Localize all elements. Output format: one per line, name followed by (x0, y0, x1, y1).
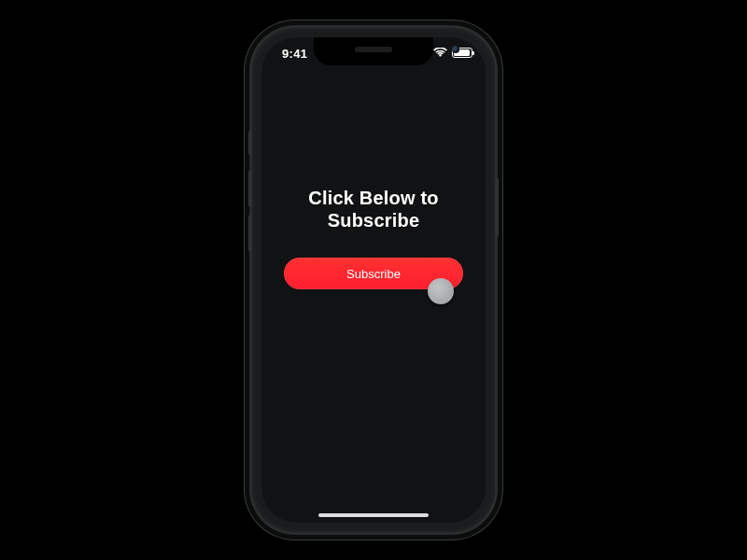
status-time: 9:41 (282, 47, 307, 61)
wifi-icon (433, 48, 447, 58)
headline: Click Below to Subscribe (308, 187, 439, 231)
speaker-grille (355, 47, 392, 52)
phone-screen: 9:41 (261, 37, 486, 523)
volume-down-button[interactable] (248, 215, 252, 252)
stage: 9:41 (0, 0, 747, 560)
subscribe-button-wrap: Subscribe (284, 258, 463, 289)
front-camera-icon (452, 46, 459, 53)
phone-frame: 9:41 (252, 28, 495, 532)
touch-cursor-icon (428, 278, 454, 304)
home-indicator[interactable] (318, 513, 429, 517)
volume-up-button[interactable] (248, 170, 252, 207)
headline-line-1: Click Below to (308, 187, 439, 209)
screen-content: Click Below to Subscribe Subscribe (261, 37, 486, 523)
power-button[interactable] (495, 177, 499, 237)
headline-line-2: Subscribe (308, 209, 439, 231)
silence-switch[interactable] (248, 131, 252, 155)
